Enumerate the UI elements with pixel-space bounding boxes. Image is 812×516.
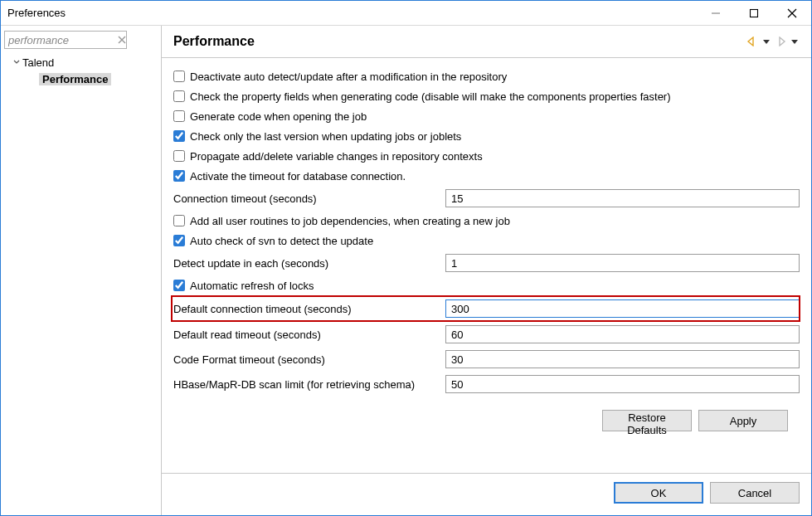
checkbox[interactable]: [173, 170, 185, 182]
option-label: Auto check of svn to detect the update: [190, 235, 373, 247]
window-title: Preferences: [7, 7, 697, 19]
filter-search-wrap: [4, 31, 158, 49]
tree-node-label: Performance: [39, 73, 111, 85]
option-propagate-variable-changes[interactable]: Propagate add/delete variable changes in…: [172, 146, 800, 166]
minimize-button[interactable]: [697, 1, 735, 25]
checkbox[interactable]: [173, 235, 185, 246]
field-label: HBase/MapR-DB scan limit (for retrieving…: [172, 378, 445, 391]
tree-expand-icon[interactable]: [11, 58, 22, 66]
field-hbase-scan-limit: HBase/MapR-DB scan limit (for retrieving…: [172, 372, 800, 397]
option-check-last-version[interactable]: Check only the last version when updatin…: [172, 126, 800, 146]
field-code-format-timeout: Code Format timeout (seconds): [172, 347, 800, 372]
back-button[interactable]: [745, 37, 760, 46]
close-button[interactable]: [773, 1, 811, 25]
option-label: Check only the last version when updatin…: [190, 130, 461, 143]
main-panel: Performance: [162, 26, 811, 515]
option-label: Deactivate auto detect/update after a mo…: [190, 71, 507, 83]
tree-node-label: Talend: [22, 56, 54, 69]
back-menu-button[interactable]: [761, 38, 771, 45]
checkbox[interactable]: [173, 71, 185, 82]
sidebar: Talend Performance: [1, 26, 162, 515]
option-check-property-fields[interactable]: Check the property fields when generatin…: [172, 86, 800, 106]
cancel-button[interactable]: Cancel: [710, 482, 800, 504]
checkbox[interactable]: [173, 150, 185, 162]
panel-button-bar: Restore Defaults Apply: [172, 397, 800, 440]
maximize-button[interactable]: [735, 1, 773, 25]
option-label: Activate the timeout for database connec…: [190, 170, 406, 183]
field-default-connection-timeout: Default connection timeout (seconds): [172, 296, 800, 321]
forward-button[interactable]: [773, 37, 788, 46]
filter-search-input[interactable]: [4, 31, 127, 49]
tree-node-talend[interactable]: Talend: [11, 54, 158, 71]
field-label: Default read timeout (seconds): [172, 329, 445, 341]
main-content: Deactivate auto detect/update after a mo…: [162, 58, 811, 473]
option-deactivate-auto-detect[interactable]: Deactivate auto detect/update after a mo…: [172, 66, 800, 86]
page-title: Performance: [173, 34, 745, 49]
default-read-timeout-input[interactable]: [445, 325, 800, 343]
checkbox[interactable]: [173, 280, 185, 291]
field-label: Default connection timeout (seconds): [172, 303, 445, 315]
field-label: Detect update in each (seconds): [172, 257, 445, 270]
option-label: Check the property fields when generatin…: [190, 90, 671, 103]
nav-arrows: [745, 37, 800, 46]
svg-rect-1: [751, 9, 758, 17]
titlebar: Preferences: [1, 1, 811, 26]
option-label: Propagate add/delete variable changes in…: [190, 150, 483, 163]
main-header: Performance: [162, 26, 811, 58]
tree-node-performance[interactable]: Performance: [11, 71, 158, 87]
svg-marker-6: [763, 40, 770, 44]
option-add-user-routines[interactable]: Add all user routines to job dependencie…: [172, 211, 800, 231]
apply-button[interactable]: Apply: [698, 410, 788, 431]
default-connection-timeout-input[interactable]: [445, 299, 800, 318]
field-detect-update-interval: Detect update in each (seconds): [172, 251, 800, 275]
option-label: Generate code when opening the job: [190, 110, 367, 123]
option-activate-db-timeout[interactable]: Activate the timeout for database connec…: [172, 166, 800, 186]
checkbox[interactable]: [173, 130, 185, 142]
option-label: Automatic refresh of locks: [190, 280, 314, 292]
forward-menu-button[interactable]: [790, 38, 800, 45]
svg-marker-7: [791, 40, 798, 44]
restore-defaults-button[interactable]: Restore Defaults: [602, 410, 692, 431]
field-label: Code Format timeout (seconds): [172, 353, 445, 366]
preferences-window: Preferences: [0, 0, 812, 516]
window-controls: [697, 1, 811, 25]
dialog-button-bar: OK Cancel: [162, 473, 811, 515]
code-format-timeout-input[interactable]: [445, 350, 800, 368]
option-auto-refresh-locks[interactable]: Automatic refresh of locks: [172, 275, 800, 295]
field-default-read-timeout: Default read timeout (seconds): [172, 322, 800, 347]
option-generate-code-on-open[interactable]: Generate code when opening the job: [172, 106, 800, 126]
connection-timeout-input[interactable]: [445, 189, 800, 207]
field-connection-timeout: Connection timeout (seconds): [172, 186, 800, 211]
option-auto-check-svn[interactable]: Auto check of svn to detect the update: [172, 231, 800, 251]
checkbox[interactable]: [173, 90, 185, 102]
detect-update-input[interactable]: [445, 254, 800, 272]
checkbox[interactable]: [173, 215, 185, 226]
checkbox[interactable]: [173, 110, 185, 122]
clear-search-icon[interactable]: [115, 33, 129, 46]
option-label: Add all user routines to job dependencie…: [190, 215, 510, 227]
preference-tree: Talend Performance: [4, 54, 158, 87]
hbase-scan-limit-input[interactable]: [445, 375, 800, 393]
field-label: Connection timeout (seconds): [172, 192, 445, 205]
ok-button[interactable]: OK: [614, 482, 703, 504]
